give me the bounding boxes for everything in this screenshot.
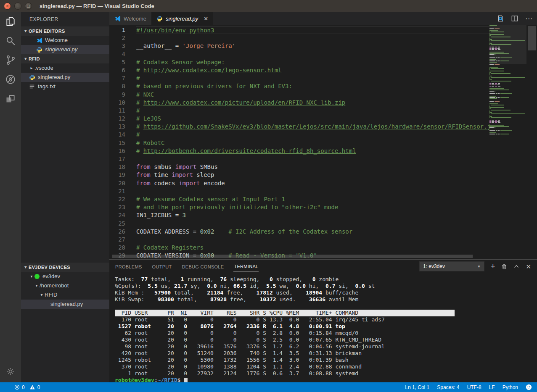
- terminal-output[interactable]: Tasks: 77 total, 1 running, 76 sleeping,…: [109, 273, 537, 382]
- eol-sequence[interactable]: LF: [489, 384, 495, 390]
- minimap-line: [489, 92, 526, 93]
- indentation[interactable]: Spaces: 4: [437, 384, 459, 390]
- chevron-down-icon: ▼: [477, 265, 481, 268]
- tab-output[interactable]: OUTPUT: [152, 262, 172, 271]
- chevron-down-icon: ▾: [23, 54, 29, 63]
- minimap-line: [489, 71, 526, 71]
- minimap-line: [489, 93, 526, 94]
- extensions-icon[interactable]: [0, 89, 21, 108]
- terminal-cursor: [184, 378, 188, 383]
- device-item-ev3dev[interactable]: ▾ ev3dev: [21, 272, 109, 281]
- bottom-panel: PROBLEMS OUTPUT DEBUG CONSOLE TERMINAL 1…: [109, 259, 537, 382]
- terminal-line: 170 root -51 0 0 0 0 S 13.3 0.0 2:55.04 …: [115, 316, 537, 323]
- code-line: #: [136, 107, 489, 115]
- code-line: [136, 50, 489, 58]
- code-line: #!/usr/bin/env python3: [136, 26, 489, 34]
- chevron-down-icon: ▾: [34, 281, 40, 290]
- cursor-position[interactable]: Ln 1, Col 1: [405, 384, 429, 390]
- more-actions-icon[interactable]: ⋯: [525, 14, 533, 23]
- search-icon[interactable]: [0, 31, 21, 50]
- minimap-line: [489, 118, 526, 119]
- terminal-line: 420 root 20 0 51240 2036 740 S 1.4 3.5 0…: [115, 350, 537, 357]
- minimap-line: [489, 69, 526, 70]
- source-control-icon[interactable]: [0, 50, 21, 70]
- explorer-icon[interactable]: [0, 12, 21, 31]
- minimap-line: [489, 101, 526, 102]
- minimap-line: [489, 103, 526, 104]
- minimap-slider[interactable]: [489, 25, 526, 64]
- code-line: [136, 220, 489, 228]
- code-line: # based on previous drivers for NXT and …: [136, 82, 489, 90]
- chevron-down-icon: ▾: [23, 263, 29, 272]
- code-line: # Codatex Sensor webpage:: [136, 58, 489, 66]
- feedback-smiley-icon[interactable]: [526, 384, 532, 390]
- minimap-line: [489, 98, 526, 99]
- tab-singleread[interactable]: singleread.py ✕: [151, 12, 213, 25]
- device-path-home-robot[interactable]: ▾ /home/robot: [21, 281, 109, 290]
- line-number: 14: [109, 131, 136, 139]
- code-lines: #!/usr/bin/env python3__author__ = 'Jorg…: [136, 26, 489, 259]
- open-preview-icon[interactable]: [497, 15, 504, 22]
- minimap-line: [489, 131, 526, 132]
- panel-actions: 1: ev3dev ▼ + ✕: [419, 261, 531, 271]
- tree-item-vscode-folder[interactable]: ▸ .vscode: [21, 63, 109, 73]
- device-folder-rfid[interactable]: ▾ RFID: [21, 290, 109, 300]
- encoding[interactable]: UTF-8: [467, 384, 481, 390]
- tab-close-icon[interactable]: ✕: [204, 16, 208, 22]
- close-panel-icon[interactable]: ✕: [526, 263, 531, 270]
- terminal-line: KiB Mem : 57900 total, 21184 free, 17812…: [115, 289, 537, 296]
- tab-problems[interactable]: PROBLEMS: [115, 262, 143, 271]
- code-line: # NXC: [136, 91, 489, 99]
- warning-icon: [29, 384, 35, 390]
- tab-debug-console[interactable]: DEBUG CONSOLE: [182, 262, 225, 271]
- window-maximize-button[interactable]: □: [25, 3, 32, 10]
- editor-actions: ⋯: [497, 12, 533, 25]
- vertical-scrollbar[interactable]: [528, 26, 536, 50]
- minimap[interactable]: [489, 25, 526, 259]
- maximize-panel-icon[interactable]: [513, 263, 519, 269]
- line-number: 22: [109, 195, 136, 203]
- open-editor-item-welcome[interactable]: Welcome: [21, 36, 109, 45]
- minimap-line: [489, 96, 526, 97]
- open-editors-header[interactable]: ▾ OPEN EDITORS: [21, 26, 109, 36]
- minimap-line: [489, 68, 526, 69]
- minimap-line: [489, 126, 526, 127]
- window-close-button[interactable]: ×: [4, 3, 11, 10]
- chevron-down-icon: ▾: [39, 290, 45, 300]
- minimap-line: [489, 91, 526, 92]
- horizontal-scrollbar[interactable]: [112, 255, 473, 258]
- minimap-line: [489, 78, 526, 79]
- minimap-line: [489, 72, 526, 73]
- code-line: CODATEX_ADDRESS = 0x02 # I2C Address of …: [136, 228, 489, 236]
- minimap-line: [489, 89, 526, 90]
- kill-terminal-icon[interactable]: [501, 263, 507, 270]
- terminal-line: 62 root 20 0 0 0 0 S 2.8 0.0 0:15.84 mmc…: [115, 330, 537, 337]
- settings-gear-icon[interactable]: [0, 360, 21, 382]
- device-file-singleread[interactable]: singleread.py: [21, 300, 109, 309]
- code-editor[interactable]: 1234567891011121314151617181920212223242…: [109, 25, 537, 259]
- problems-status[interactable]: 0 0: [14, 384, 40, 390]
- folder-rfid-header[interactable]: ▾ RFID: [21, 54, 109, 63]
- vscode-logo-icon: [36, 37, 42, 44]
- line-number: 28: [109, 244, 136, 252]
- code-line: #: [136, 74, 489, 82]
- line-number: 5: [109, 58, 136, 66]
- window-minimize-button[interactable]: −: [14, 3, 21, 10]
- ev3dev-devices-header[interactable]: ▾ EV3DEV DEVICES: [21, 263, 109, 272]
- minimap-line: [489, 76, 526, 76]
- terminal-select[interactable]: 1: ev3dev ▼: [419, 261, 484, 271]
- tree-item-singleread[interactable]: singleread.py: [21, 73, 109, 82]
- tab-terminal[interactable]: TERMINAL: [233, 261, 259, 271]
- split-editor-icon[interactable]: [511, 15, 518, 22]
- debug-icon[interactable]: [0, 70, 21, 89]
- tree-item-tags[interactable]: tags.txt: [21, 82, 109, 91]
- open-editor-item-singleread[interactable]: singleread.py: [21, 45, 109, 54]
- language-mode[interactable]: Python: [503, 384, 518, 390]
- minimap-line: [489, 83, 526, 84]
- chevron-right-icon: ▸: [29, 63, 34, 73]
- tab-bar: Welcome singleread.py ✕: [109, 12, 537, 25]
- error-icon: [14, 384, 20, 390]
- tab-welcome[interactable]: Welcome: [109, 12, 151, 25]
- line-number: 6: [109, 66, 136, 74]
- new-terminal-icon[interactable]: +: [491, 263, 495, 270]
